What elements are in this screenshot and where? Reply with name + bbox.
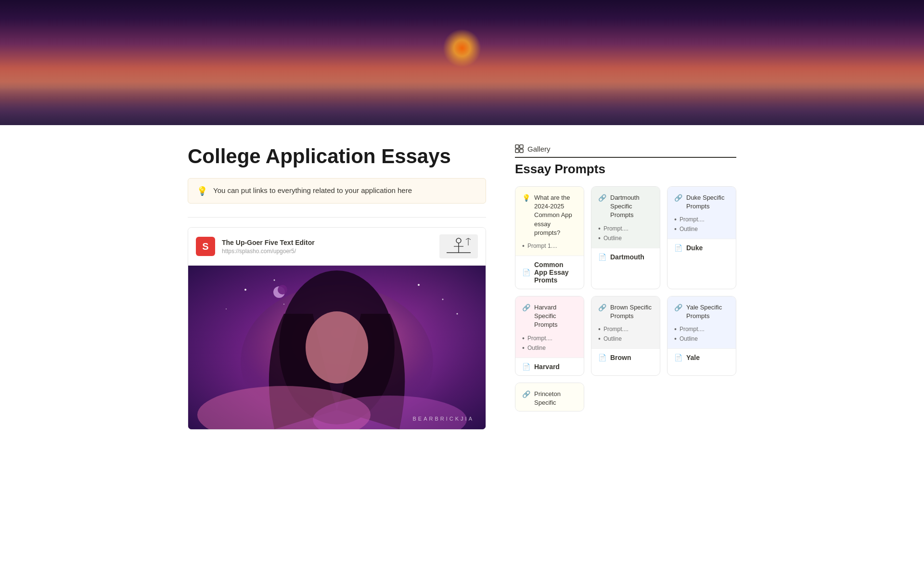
- harvard-name: Harvard: [534, 363, 560, 371]
- lightbulb-card-icon: 💡: [522, 194, 530, 202]
- link-brown-icon: 🔗: [598, 304, 606, 311]
- dartmouth-preview-header: 🔗 Dartmouth Specific Prompts: [598, 193, 653, 220]
- gallery-header: Gallery: [515, 144, 736, 158]
- card-dartmouth-preview: 🔗 Dartmouth Specific Prompts Prompt.... …: [591, 187, 660, 248]
- link-princeton-icon: 🔗: [522, 390, 530, 398]
- right-panel: Gallery Essay Prompts 💡 What are the 202…: [515, 144, 736, 437]
- callout-box: 💡 You can put links to everything relate…: [188, 178, 486, 204]
- card-brown-preview: 🔗 Brown Specific Prompts Prompt.... Outl…: [591, 296, 660, 349]
- watermark: BEARBRICKJIA: [413, 416, 474, 422]
- splasho-icon: S: [196, 237, 215, 256]
- duke-bullet-2: Outline: [674, 224, 729, 234]
- card-duke-footer: 📄 Duke: [667, 239, 736, 256]
- card-duke[interactable]: 🔗 Duke Specific Prompts Prompt.... Outli…: [667, 186, 736, 289]
- link-dartmouth-icon: 🔗: [598, 194, 606, 202]
- card-princeton[interactable]: 🔗 Princeton Specific: [515, 383, 584, 411]
- card-dartmouth[interactable]: 🔗 Dartmouth Specific Prompts Prompt.... …: [591, 186, 660, 289]
- yale-name: Yale: [686, 354, 700, 361]
- harvard-preview-title: Harvard Specific Prompts: [534, 303, 577, 330]
- card-brown-footer: 📄 Brown: [591, 349, 660, 366]
- card-harvard-preview: 🔗 Harvard Specific Prompts Prompt.... Ou…: [515, 296, 584, 358]
- yale-bullet-2: Outline: [674, 334, 729, 344]
- cards-row-2: 🔗 Harvard Specific Prompts Prompt.... Ou…: [515, 296, 736, 376]
- svg-line-4: [466, 238, 468, 240]
- svg-point-15: [283, 304, 284, 305]
- card-harvard-footer: 📄 Harvard: [515, 358, 584, 375]
- doc-icon-yale: 📄: [674, 354, 682, 361]
- harvard-preview-header: 🔗 Harvard Specific Prompts: [522, 303, 577, 330]
- hero-banner: [0, 0, 924, 125]
- cards-row-3: 🔗 Princeton Specific: [515, 383, 736, 411]
- svg-line-5: [468, 238, 471, 240]
- wave-overlay: [0, 82, 924, 125]
- svg-point-19: [306, 311, 368, 384]
- brown-preview-title: Brown Specific Prompts: [610, 303, 653, 321]
- cards-row-1: 💡 What are the 2024-2025 Common App essa…: [515, 186, 736, 289]
- common-app-preview-title: What are the 2024-2025 Common App essay …: [534, 193, 577, 237]
- card-yale-preview: 🔗 Yale Specific Prompts Prompt.... Outli…: [667, 296, 736, 349]
- card-yale[interactable]: 🔗 Yale Specific Prompts Prompt.... Outli…: [667, 296, 736, 376]
- card-yale-footer: 📄 Yale: [667, 349, 736, 366]
- link-card-wrapper[interactable]: S The Up-Goer Five Text Editor https://s…: [188, 227, 486, 430]
- svg-point-10: [274, 280, 275, 281]
- link-yale-icon: 🔗: [674, 304, 682, 311]
- duke-preview-header: 🔗 Duke Specific Prompts: [674, 193, 729, 211]
- card-preview-header: 💡 What are the 2024-2025 Common App essa…: [522, 193, 577, 237]
- common-app-name: Common App Essay Promts: [534, 261, 577, 284]
- doc-icon-dartmouth: 📄: [598, 253, 606, 261]
- svg-point-13: [226, 308, 227, 309]
- common-app-bullet-1: Prompt 1....: [522, 241, 577, 251]
- left-panel: College Application Essays 💡 You can put…: [188, 144, 486, 437]
- divider: [188, 217, 486, 218]
- brown-preview-header: 🔗 Brown Specific Prompts: [598, 303, 653, 321]
- doc-icon-brown: 📄: [598, 354, 606, 361]
- gallery-grid-icon: [515, 144, 524, 153]
- card-common-app-footer: 📄 Common App Essay Promts: [515, 256, 584, 289]
- princeton-preview-title: Princeton Specific: [534, 390, 577, 407]
- sun-glow: [443, 29, 481, 67]
- link-harvard-icon: 🔗: [522, 304, 530, 311]
- page-title: College Application Essays: [188, 144, 486, 168]
- svg-point-14: [457, 313, 458, 315]
- page-content: College Application Essays 💡 You can put…: [149, 125, 775, 457]
- svg-point-9: [244, 289, 246, 291]
- card-common-app-preview: 💡 What are the 2024-2025 Common App essa…: [515, 187, 584, 256]
- callout-text: You can put links to everything related …: [213, 185, 412, 196]
- art-svg: [188, 266, 486, 429]
- doc-icon-common-app: 📄: [522, 269, 530, 276]
- doc-icon-harvard: 📄: [522, 363, 530, 371]
- card-brown[interactable]: 🔗 Brown Specific Prompts Prompt.... Outl…: [591, 296, 660, 376]
- link-duke-icon: 🔗: [674, 194, 682, 202]
- dartmouth-bullet-2: Outline: [598, 233, 653, 243]
- main-image: BEARBRICKJIA: [188, 266, 486, 429]
- brown-bullet-1: Prompt....: [598, 324, 653, 334]
- svg-rect-24: [515, 149, 519, 153]
- card-duke-preview: 🔗 Duke Specific Prompts Prompt.... Outli…: [667, 187, 736, 239]
- doc-icon-duke: 📄: [674, 244, 682, 252]
- card-harvard[interactable]: 🔗 Harvard Specific Prompts Prompt.... Ou…: [515, 296, 584, 376]
- duke-preview-title: Duke Specific Prompts: [686, 193, 729, 211]
- link-thumbnail: [439, 234, 478, 258]
- yale-preview-title: Yale Specific Prompts: [686, 303, 729, 321]
- yale-bullet-1: Prompt....: [674, 324, 729, 334]
- svg-point-12: [442, 299, 444, 300]
- svg-rect-25: [520, 149, 523, 153]
- link-card-top: S The Up-Goer Five Text Editor https://s…: [188, 228, 486, 266]
- link-url: https://splasho.com/upgoer5/: [222, 248, 315, 255]
- essay-prompts-title: Essay Prompts: [515, 162, 736, 177]
- brown-name: Brown: [610, 354, 631, 361]
- dartmouth-name: Dartmouth: [610, 253, 644, 261]
- brown-bullet-2: Outline: [598, 334, 653, 344]
- gallery-label[interactable]: Gallery: [527, 145, 551, 153]
- princeton-preview-header: 🔗 Princeton Specific: [522, 390, 577, 407]
- harvard-bullet-2: Outline: [522, 343, 577, 353]
- duke-name: Duke: [686, 244, 703, 252]
- dartmouth-bullet-1: Prompt....: [598, 224, 653, 233]
- svg-point-17: [278, 285, 287, 295]
- svg-rect-23: [520, 145, 523, 148]
- card-common-app[interactable]: 💡 What are the 2024-2025 Common App essa…: [515, 186, 584, 289]
- harvard-bullet-1: Prompt....: [522, 333, 577, 343]
- dartmouth-preview-title: Dartmouth Specific Prompts: [610, 193, 653, 220]
- link-card-info: The Up-Goer Five Text Editor https://spl…: [222, 239, 315, 255]
- link-title: The Up-Goer Five Text Editor: [222, 239, 315, 246]
